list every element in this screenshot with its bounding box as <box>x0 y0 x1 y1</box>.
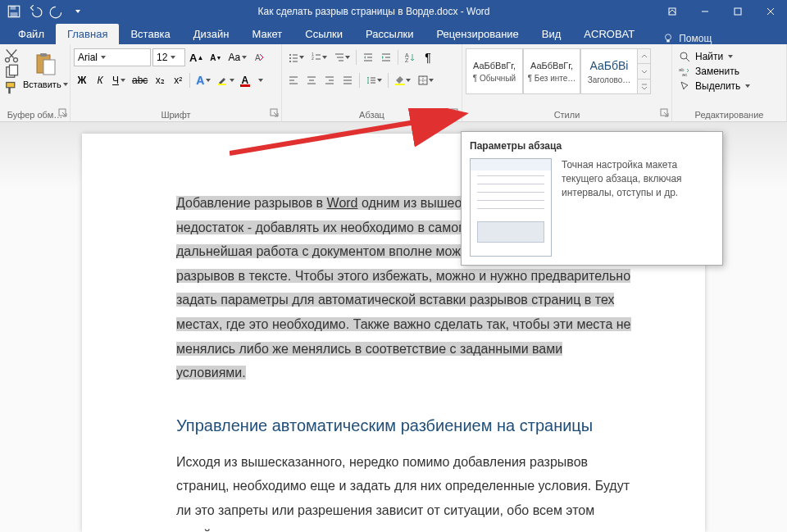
tooltip-title: Параметры абзаца <box>470 140 714 152</box>
find-button[interactable]: Найти <box>676 50 753 63</box>
styles-launcher[interactable] <box>660 108 670 118</box>
cut-icon[interactable] <box>3 48 20 63</box>
font-size-combo[interactable]: 12 <box>152 48 185 66</box>
tab-file[interactable]: Файл <box>7 24 56 44</box>
separator <box>356 50 357 65</box>
line-spacing-button[interactable] <box>363 71 384 89</box>
tab-insert[interactable]: Вставка <box>119 24 181 44</box>
paste-icon <box>32 52 58 78</box>
svg-point-10 <box>6 58 10 62</box>
tab-references[interactable]: Ссылки <box>293 24 354 44</box>
svg-rect-1 <box>11 6 16 10</box>
group-label-font: Шрифт <box>74 108 278 121</box>
style-no-spacing[interactable]: АаБбВвГг, ¶ Без инте… <box>523 48 580 94</box>
tab-layout[interactable]: Макет <box>240 24 293 44</box>
font-color-button[interactable]: A <box>239 71 266 89</box>
style-name: ¶ Обычный <box>473 74 516 83</box>
style-normal[interactable]: АаБбВвГг, ¶ Обычный <box>466 48 523 94</box>
tab-design[interactable]: Дизайн <box>182 24 241 44</box>
text-run: недостаток - добавлять их необходимо в с… <box>176 221 484 234</box>
align-left-button[interactable] <box>285 71 302 89</box>
replace-icon: abac <box>679 66 690 77</box>
svg-text:2: 2 <box>312 56 314 61</box>
italic-button[interactable]: К <box>92 71 108 89</box>
svg-rect-2 <box>11 12 18 17</box>
group-styles: АаБбВвГг, ¶ Обычный АаБбВвГг, ¶ Без инте… <box>462 44 672 121</box>
redo-icon[interactable] <box>49 4 64 19</box>
svg-rect-3 <box>669 8 676 15</box>
style-heading[interactable]: АаБбВі Заголово… <box>580 48 638 94</box>
tab-home[interactable]: Главная <box>56 24 119 44</box>
tab-mailings[interactable]: Рассылки <box>354 24 425 44</box>
format-painter-icon[interactable] <box>3 81 20 96</box>
decrease-indent-button[interactable] <box>360 48 376 66</box>
group-label-paragraph: Абзац <box>285 108 458 121</box>
text-effects-button[interactable]: A <box>193 71 213 89</box>
styles-expand[interactable] <box>638 80 650 93</box>
svg-point-8 <box>666 34 671 40</box>
styles-gallery: АаБбВвГг, ¶ Обычный АаБбВвГг, ¶ Без инте… <box>466 48 651 94</box>
svg-rect-9 <box>666 40 670 43</box>
underline-button[interactable]: Ч <box>110 71 128 89</box>
bullets-button[interactable] <box>285 48 307 66</box>
paragraph-2[interactable]: Исходя из вышесказанного, нередко помимо… <box>176 450 631 532</box>
align-center-button[interactable] <box>303 71 320 89</box>
justify-button[interactable] <box>339 71 356 89</box>
select-button[interactable]: Выделить <box>676 80 753 93</box>
minimize-button[interactable] <box>689 0 721 23</box>
styles-scroll-down[interactable] <box>638 64 650 79</box>
title-bar: Как сделать разрыв страницы в Ворде.docx… <box>0 0 787 23</box>
show-marks-button[interactable]: ¶ <box>420 48 436 66</box>
grow-font-button[interactable]: A▲ <box>187 48 206 66</box>
borders-button[interactable] <box>415 71 436 89</box>
svg-rect-16 <box>40 53 47 57</box>
separator <box>398 50 398 65</box>
save-icon[interactable] <box>7 4 21 19</box>
paragraph-launcher[interactable] <box>450 108 460 118</box>
svg-point-22 <box>289 54 291 56</box>
sort-button[interactable]: AZ <box>402 48 418 66</box>
paste-button[interactable]: Вставить <box>23 48 68 89</box>
tab-review[interactable]: Рецензирование <box>425 24 530 44</box>
subscript-button[interactable]: x₂ <box>152 71 168 89</box>
lightbulb-icon <box>662 33 674 44</box>
copy-icon[interactable] <box>3 65 20 80</box>
align-right-button[interactable] <box>321 71 338 89</box>
separator <box>359 73 360 88</box>
multilevel-list-button[interactable] <box>331 48 353 66</box>
undo-icon[interactable] <box>28 4 43 19</box>
tab-acrobat[interactable]: ACROBAT <box>572 24 646 44</box>
qat-dropdown-icon[interactable] <box>71 4 85 19</box>
find-label: Найти <box>695 51 723 62</box>
shrink-font-button[interactable]: A▼ <box>207 48 224 66</box>
svg-point-11 <box>14 58 18 62</box>
shading-button[interactable] <box>392 71 413 89</box>
ribbon-display-options[interactable] <box>656 0 689 23</box>
group-editing: Найти abac Заменить Выделить Редактирова… <box>672 44 787 121</box>
ribbon: Вставить Буфер обм… Arial 12 A▲ A▼ Aa A … <box>0 44 787 122</box>
highlight-button[interactable] <box>215 71 237 89</box>
select-label: Выделить <box>695 80 740 92</box>
replace-button[interactable]: abac Заменить <box>676 65 753 78</box>
font-name-combo[interactable]: Arial <box>74 48 151 66</box>
close-button[interactable] <box>754 0 787 23</box>
clear-formatting-button[interactable]: A <box>251 48 267 66</box>
maximize-button[interactable] <box>721 0 754 23</box>
bold-button[interactable]: Ж <box>74 71 90 89</box>
increase-indent-button[interactable] <box>378 48 394 66</box>
change-case-button[interactable]: Aa <box>225 48 249 66</box>
tab-view[interactable]: Вид <box>530 24 573 44</box>
styles-scroll-up[interactable] <box>638 49 650 64</box>
chevron-down-icon <box>728 55 733 58</box>
chevron-down-icon <box>171 56 175 59</box>
numbering-button[interactable]: 12 <box>308 48 330 66</box>
style-preview: АаБбВвГг, <box>530 61 573 70</box>
svg-point-26 <box>289 61 291 62</box>
strikethrough-button[interactable]: abc <box>130 71 150 89</box>
clipboard-launcher[interactable] <box>58 108 68 118</box>
font-launcher[interactable] <box>270 108 280 118</box>
tell-me-search[interactable]: Помощ <box>662 33 712 44</box>
heading-2[interactable]: Управление автоматическим разбиением на … <box>176 416 631 435</box>
superscript-button[interactable]: x² <box>170 71 186 89</box>
svg-point-24 <box>289 57 291 59</box>
